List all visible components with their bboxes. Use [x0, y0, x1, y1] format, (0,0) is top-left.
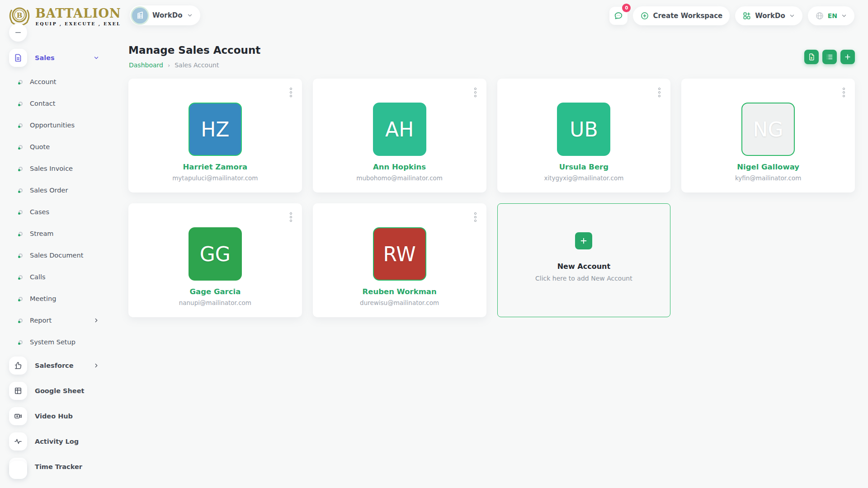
table-icon: [9, 382, 27, 400]
account-avatar: HZ: [189, 103, 242, 156]
main-content: Manage Sales Account Dashboard › Sales A…: [113, 32, 868, 488]
account-email: mubohomo@mailinator.com: [313, 174, 486, 182]
new-account-title: New Account: [557, 262, 610, 271]
breadcrumb-dashboard-link[interactable]: Dashboard: [129, 61, 163, 69]
avatar-initials: HZ: [201, 118, 229, 141]
workspace-menu-button[interactable]: WorkDo: [735, 6, 802, 25]
account-card: UB Ursula Berg xitygyxig@mailinator.com: [497, 79, 671, 192]
bullet-icon: [19, 167, 23, 171]
account-avatar: NG: [741, 103, 795, 156]
sidebar-item-partial[interactable]: [9, 461, 27, 479]
export-file-icon: [807, 53, 816, 61]
building-icon: [132, 8, 148, 23]
sidebar-item-salesforce[interactable]: Salesforce: [0, 355, 113, 376]
top-header: B BATTALION EQUIP , EXECUTE , EXEL WorkD…: [0, 0, 868, 32]
export-button[interactable]: [804, 50, 819, 64]
sidebar-item-label: Activity Log: [35, 438, 79, 445]
accounts-grid: HZ Harriet Zamora mytapuluci@mailinator.…: [128, 79, 855, 317]
sidebar-subitem-sales-order[interactable]: Sales Order: [0, 179, 113, 201]
bullet-icon: [19, 340, 23, 344]
sidebar-item-google-sheet[interactable]: Google Sheet: [0, 380, 113, 402]
create-workspace-label: Create Workspace: [653, 12, 722, 20]
plus-icon: [575, 232, 592, 249]
subitem-label: Opportunities: [30, 122, 75, 129]
subitem-label: Sales Order: [30, 187, 68, 194]
bullet-icon: [19, 102, 23, 106]
bullet-icon: [19, 319, 23, 323]
avatar-initials: GG: [200, 243, 231, 266]
account-name-link[interactable]: Harriet Zamora: [128, 163, 302, 171]
sidebar-subitem-sales-invoice[interactable]: Sales Invoice: [0, 158, 113, 179]
messages-button[interactable]: 0: [609, 7, 627, 25]
subitem-label: Contact: [30, 100, 55, 107]
kebab-menu-icon[interactable]: [288, 86, 294, 99]
bullet-icon: [19, 297, 23, 301]
sidebar-subitem-contact[interactable]: Contact: [0, 93, 113, 114]
subitem-label: Report: [30, 317, 52, 324]
sidebar-subitem-quote[interactable]: Quote: [0, 136, 113, 158]
add-account-button[interactable]: [840, 50, 855, 64]
account-avatar: GG: [189, 227, 242, 281]
account-name-link[interactable]: Nigel Galloway: [681, 163, 855, 171]
chevron-down-icon: [841, 13, 847, 19]
create-workspace-button[interactable]: Create Workspace: [633, 6, 730, 25]
breadcrumb-current: Sales Account: [175, 61, 219, 69]
sidebar-toggle-button[interactable]: [9, 23, 27, 42]
new-account-card[interactable]: New Account Click here to add New Accoun…: [497, 203, 671, 317]
account-name-link[interactable]: Ursula Berg: [497, 163, 671, 171]
account-email: kyfin@mailinator.com: [681, 174, 855, 182]
account-name-link[interactable]: Gage Garcia: [128, 287, 302, 296]
sidebar-item-sales[interactable]: Sales: [0, 47, 113, 69]
account-avatar: UB: [557, 103, 610, 156]
account-email: mytapuluci@mailinator.com: [128, 174, 302, 182]
account-name-link[interactable]: Ann Hopkins: [313, 163, 486, 171]
sidebar-item-label: Sales: [35, 54, 55, 61]
sidebar-subitem-account[interactable]: Account: [0, 71, 113, 93]
sidebar-item-label: Time Tracker: [35, 463, 82, 470]
chevron-right-icon: [93, 317, 99, 324]
sidebar-subitem-cases[interactable]: Cases: [0, 201, 113, 223]
chevron-right-icon: [93, 362, 99, 369]
sidebar-item-label: Salesforce: [35, 362, 74, 369]
kebab-menu-icon[interactable]: [472, 211, 478, 224]
subitem-label: Sales Document: [30, 252, 83, 259]
video-camera-icon: [9, 407, 27, 425]
workspace-name: WorkDo: [152, 11, 182, 19]
list-view-button[interactable]: [822, 50, 837, 64]
sidebar-item-video-hub[interactable]: Video Hub: [0, 405, 113, 427]
sidebar-subitem-system-setup[interactable]: System Setup: [0, 331, 113, 353]
sidebar-subitem-opportunities[interactable]: Opportunities: [0, 114, 113, 136]
document-icon: [9, 49, 27, 67]
workspace-switcher[interactable]: WorkDo: [130, 5, 200, 25]
subitem-label: Cases: [30, 208, 49, 216]
sidebar: Sales Account Contact Opportunities Quot…: [0, 23, 113, 478]
kebab-menu-icon[interactable]: [841, 86, 847, 99]
account-card: NG Nigel Galloway kyfin@mailinator.com: [681, 79, 855, 192]
chat-bubble-icon: [613, 11, 623, 21]
sidebar-item-label: Google Sheet: [35, 387, 84, 394]
subitem-label: Stream: [30, 230, 53, 237]
new-account-subtitle: Click here to add New Account: [535, 275, 632, 282]
thumbs-up-icon: [9, 357, 27, 375]
bullet-icon: [19, 232, 23, 236]
kebab-menu-icon[interactable]: [656, 86, 662, 99]
sidebar-subitem-stream[interactable]: Stream: [0, 223, 113, 244]
sidebar-item-activity-log[interactable]: Activity Log: [0, 431, 113, 452]
language-selector[interactable]: EN: [808, 6, 854, 25]
account-avatar: RW: [373, 227, 426, 281]
plus-circle-icon: [640, 11, 649, 20]
language-label: EN: [828, 12, 837, 19]
kebab-menu-icon[interactable]: [472, 86, 478, 99]
account-name-link[interactable]: Reuben Workman: [313, 287, 486, 296]
sidebar-subitem-report[interactable]: Report: [0, 310, 113, 331]
messages-count-badge: 0: [622, 4, 631, 12]
account-card: RW Reuben Workman durewisu@mailinator.co…: [313, 203, 486, 317]
kebab-menu-icon[interactable]: [288, 211, 294, 224]
sidebar-subitem-meeting[interactable]: Meeting: [0, 288, 113, 310]
list-view-icon: [826, 53, 834, 61]
sidebar-subitem-calls[interactable]: Calls: [0, 266, 113, 288]
bullet-icon: [19, 80, 23, 84]
sidebar-subitem-sales-document[interactable]: Sales Document: [0, 244, 113, 266]
subitem-label: Calls: [30, 273, 46, 281]
chevron-right-icon: ›: [168, 62, 170, 69]
